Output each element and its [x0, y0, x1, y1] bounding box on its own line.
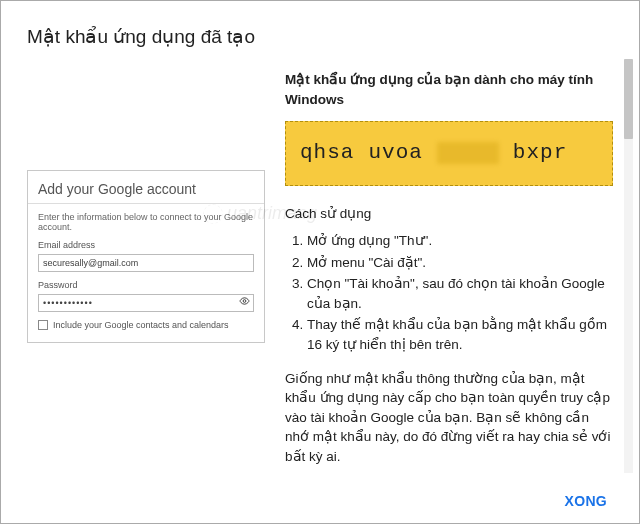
generated-password-box: qhsa uvoa bxpr	[285, 121, 613, 185]
include-contacts-label: Include your Google contacts and calenda…	[53, 320, 229, 330]
done-button[interactable]: XONG	[565, 493, 607, 509]
pw-segment-2: uvoa	[368, 138, 422, 168]
divider	[28, 203, 264, 204]
pw-segment-1: qhsa	[300, 138, 354, 168]
pw-segment-4: bxpr	[513, 138, 567, 168]
add-account-box: Add your Google account Enter the inform…	[27, 170, 265, 343]
password-label: Password	[38, 280, 254, 290]
step-item: Thay thế mật khẩu của bạn bằng mật khẩu …	[307, 315, 613, 354]
step-item: Mở menu "Cài đặt".	[307, 253, 613, 273]
howto-title: Cách sử dụng	[285, 204, 613, 224]
subheading: Mật khẩu ứng dụng của bạn dành cho máy t…	[285, 70, 613, 109]
email-label: Email address	[38, 240, 254, 250]
note-paragraph: Giống như mật khẩu thông thường của bạn,…	[285, 369, 613, 467]
include-contacts-checkbox[interactable]	[38, 320, 48, 330]
example-panel: Add your Google account Enter the inform…	[27, 70, 265, 466]
step-item: Mở ứng dụng "Thư".	[307, 231, 613, 251]
dialog-title: Mật khẩu ứng dụng đã tạo	[27, 25, 613, 48]
scrollbar-track[interactable]	[624, 59, 633, 473]
instructions-panel: Mật khẩu ứng dụng của bạn dành cho máy t…	[285, 70, 613, 466]
app-password-dialog: Mật khẩu ứng dụng đã tạo Add your Google…	[3, 3, 637, 521]
add-account-info: Enter the information below to connect t…	[38, 212, 254, 232]
step-item: Chọn "Tài khoản", sau đó chọn tài khoản …	[307, 274, 613, 313]
pw-segment-3-redacted	[437, 142, 499, 164]
add-account-title: Add your Google account	[38, 181, 254, 197]
svg-point-0	[243, 300, 246, 303]
reveal-password-icon[interactable]	[239, 296, 250, 309]
steps-list: Mở ứng dụng "Thư". Mở menu "Cài đặt". Ch…	[285, 231, 613, 354]
scrollbar-thumb[interactable]	[624, 59, 633, 139]
password-field[interactable]	[38, 294, 254, 312]
email-field[interactable]	[38, 254, 254, 272]
